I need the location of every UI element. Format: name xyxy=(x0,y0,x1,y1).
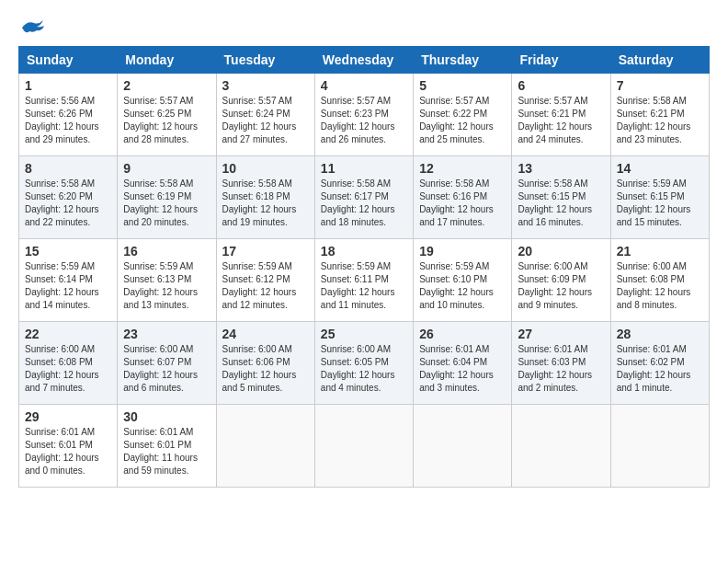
calendar-cell: 23Sunrise: 6:00 AM Sunset: 6:07 PM Dayli… xyxy=(118,322,216,405)
day-info: Sunrise: 5:59 AM Sunset: 6:11 PM Dayligh… xyxy=(321,260,407,312)
day-info: Sunrise: 5:58 AM Sunset: 6:16 PM Dayligh… xyxy=(419,178,506,229)
day-info: Sunrise: 5:58 AM Sunset: 6:20 PM Dayligh… xyxy=(25,178,111,229)
day-info: Sunrise: 5:59 AM Sunset: 6:14 PM Dayligh… xyxy=(25,260,111,312)
day-info: Sunrise: 6:00 AM Sunset: 6:09 PM Dayligh… xyxy=(518,260,604,312)
day-info: Sunrise: 5:59 AM Sunset: 6:12 PM Dayligh… xyxy=(222,260,309,312)
day-number: 10 xyxy=(222,161,309,176)
day-info: Sunrise: 5:58 AM Sunset: 6:21 PM Dayligh… xyxy=(617,95,703,146)
calendar-cell: 11Sunrise: 5:58 AM Sunset: 6:17 PM Dayli… xyxy=(314,156,413,239)
calendar-cell: 15Sunrise: 5:59 AM Sunset: 6:14 PM Dayli… xyxy=(19,239,118,322)
calendar-cell: 4Sunrise: 5:57 AM Sunset: 6:23 PM Daylig… xyxy=(314,74,413,156)
day-header-saturday: Saturday xyxy=(610,47,709,74)
day-number: 8 xyxy=(25,161,111,176)
page-header xyxy=(18,18,710,37)
calendar-cell xyxy=(216,405,314,488)
day-number: 15 xyxy=(25,244,111,259)
day-header-thursday: Thursday xyxy=(414,47,512,74)
day-info: Sunrise: 5:59 AM Sunset: 6:10 PM Dayligh… xyxy=(419,260,506,312)
day-number: 26 xyxy=(419,327,506,341)
day-number: 18 xyxy=(321,244,407,259)
day-info: Sunrise: 5:58 AM Sunset: 6:15 PM Dayligh… xyxy=(518,178,604,229)
calendar-cell: 6Sunrise: 5:57 AM Sunset: 6:21 PM Daylig… xyxy=(512,74,610,156)
day-number: 5 xyxy=(419,78,506,93)
day-number: 21 xyxy=(617,244,703,259)
day-info: Sunrise: 6:00 AM Sunset: 6:07 PM Dayligh… xyxy=(123,343,210,395)
calendar-week-1: 1Sunrise: 5:56 AM Sunset: 6:26 PM Daylig… xyxy=(19,74,710,156)
day-info: Sunrise: 6:00 AM Sunset: 6:08 PM Dayligh… xyxy=(25,343,111,395)
calendar-table: SundayMondayTuesdayWednesdayThursdayFrid… xyxy=(18,46,710,488)
day-number: 29 xyxy=(25,409,111,424)
calendar-cell: 22Sunrise: 6:00 AM Sunset: 6:08 PM Dayli… xyxy=(19,322,118,405)
day-number: 2 xyxy=(123,78,210,93)
calendar-cell xyxy=(512,405,610,488)
day-header-monday: Monday xyxy=(118,47,216,74)
day-number: 23 xyxy=(123,327,210,341)
day-info: Sunrise: 5:57 AM Sunset: 6:25 PM Dayligh… xyxy=(123,95,210,146)
day-number: 19 xyxy=(419,244,506,259)
calendar-cell: 9Sunrise: 5:58 AM Sunset: 6:19 PM Daylig… xyxy=(118,156,216,239)
day-header-friday: Friday xyxy=(512,47,610,74)
calendar-cell xyxy=(610,405,709,488)
day-info: Sunrise: 6:01 AM Sunset: 6:01 PM Dayligh… xyxy=(25,426,111,477)
logo-bird-icon xyxy=(20,18,48,37)
day-number: 28 xyxy=(617,327,703,341)
day-info: Sunrise: 5:57 AM Sunset: 6:22 PM Dayligh… xyxy=(419,95,506,146)
calendar-week-4: 22Sunrise: 6:00 AM Sunset: 6:08 PM Dayli… xyxy=(19,322,710,405)
day-info: Sunrise: 5:58 AM Sunset: 6:17 PM Dayligh… xyxy=(321,178,407,229)
day-header-wednesday: Wednesday xyxy=(314,47,413,74)
calendar-cell: 25Sunrise: 6:00 AM Sunset: 6:05 PM Dayli… xyxy=(314,322,413,405)
day-info: Sunrise: 6:01 AM Sunset: 6:04 PM Dayligh… xyxy=(419,343,506,395)
day-info: Sunrise: 6:00 AM Sunset: 6:05 PM Dayligh… xyxy=(321,343,407,395)
day-info: Sunrise: 6:01 AM Sunset: 6:03 PM Dayligh… xyxy=(518,343,604,395)
day-header-tuesday: Tuesday xyxy=(216,47,314,74)
day-number: 1 xyxy=(25,78,111,93)
calendar-cell: 10Sunrise: 5:58 AM Sunset: 6:18 PM Dayli… xyxy=(216,156,314,239)
day-number: 25 xyxy=(321,327,407,341)
calendar-week-2: 8Sunrise: 5:58 AM Sunset: 6:20 PM Daylig… xyxy=(19,156,710,239)
day-number: 7 xyxy=(617,78,703,93)
day-info: Sunrise: 6:01 AM Sunset: 6:02 PM Dayligh… xyxy=(617,343,703,395)
day-info: Sunrise: 5:57 AM Sunset: 6:21 PM Dayligh… xyxy=(518,95,604,146)
calendar-cell: 16Sunrise: 5:59 AM Sunset: 6:13 PM Dayli… xyxy=(118,239,216,322)
day-number: 14 xyxy=(617,161,703,176)
day-number: 20 xyxy=(518,244,604,259)
day-number: 16 xyxy=(123,244,210,259)
calendar-cell: 3Sunrise: 5:57 AM Sunset: 6:24 PM Daylig… xyxy=(216,74,314,156)
logo xyxy=(18,18,48,37)
calendar-header-row: SundayMondayTuesdayWednesdayThursdayFrid… xyxy=(19,47,710,74)
day-info: Sunrise: 5:58 AM Sunset: 6:18 PM Dayligh… xyxy=(222,178,309,229)
day-number: 24 xyxy=(222,327,309,341)
day-info: Sunrise: 6:01 AM Sunset: 6:01 PM Dayligh… xyxy=(123,426,210,477)
calendar-cell: 5Sunrise: 5:57 AM Sunset: 6:22 PM Daylig… xyxy=(414,74,512,156)
calendar-cell xyxy=(314,405,413,488)
calendar-cell: 18Sunrise: 5:59 AM Sunset: 6:11 PM Dayli… xyxy=(314,239,413,322)
calendar-cell: 20Sunrise: 6:00 AM Sunset: 6:09 PM Dayli… xyxy=(512,239,610,322)
calendar-week-3: 15Sunrise: 5:59 AM Sunset: 6:14 PM Dayli… xyxy=(19,239,710,322)
calendar-cell: 24Sunrise: 6:00 AM Sunset: 6:06 PM Dayli… xyxy=(216,322,314,405)
day-info: Sunrise: 5:57 AM Sunset: 6:23 PM Dayligh… xyxy=(321,95,407,146)
day-header-sunday: Sunday xyxy=(19,47,118,74)
calendar-cell: 26Sunrise: 6:01 AM Sunset: 6:04 PM Dayli… xyxy=(414,322,512,405)
calendar-cell: 30Sunrise: 6:01 AM Sunset: 6:01 PM Dayli… xyxy=(118,405,216,488)
calendar-cell: 19Sunrise: 5:59 AM Sunset: 6:10 PM Dayli… xyxy=(414,239,512,322)
day-info: Sunrise: 6:00 AM Sunset: 6:06 PM Dayligh… xyxy=(222,343,309,395)
day-number: 3 xyxy=(222,78,309,93)
calendar-cell: 14Sunrise: 5:59 AM Sunset: 6:15 PM Dayli… xyxy=(610,156,709,239)
calendar-cell: 7Sunrise: 5:58 AM Sunset: 6:21 PM Daylig… xyxy=(610,74,709,156)
day-number: 9 xyxy=(123,161,210,176)
calendar-cell: 12Sunrise: 5:58 AM Sunset: 6:16 PM Dayli… xyxy=(414,156,512,239)
calendar-cell: 8Sunrise: 5:58 AM Sunset: 6:20 PM Daylig… xyxy=(19,156,118,239)
day-number: 6 xyxy=(518,78,604,93)
calendar-cell: 29Sunrise: 6:01 AM Sunset: 6:01 PM Dayli… xyxy=(19,405,118,488)
calendar-week-5: 29Sunrise: 6:01 AM Sunset: 6:01 PM Dayli… xyxy=(19,405,710,488)
calendar-cell xyxy=(414,405,512,488)
calendar-cell: 28Sunrise: 6:01 AM Sunset: 6:02 PM Dayli… xyxy=(610,322,709,405)
day-info: Sunrise: 5:59 AM Sunset: 6:13 PM Dayligh… xyxy=(123,260,210,312)
day-number: 4 xyxy=(321,78,407,93)
day-info: Sunrise: 6:00 AM Sunset: 6:08 PM Dayligh… xyxy=(617,260,703,312)
calendar-cell: 13Sunrise: 5:58 AM Sunset: 6:15 PM Dayli… xyxy=(512,156,610,239)
day-number: 22 xyxy=(25,327,111,341)
day-number: 11 xyxy=(321,161,407,176)
day-number: 27 xyxy=(518,327,604,341)
calendar-cell: 17Sunrise: 5:59 AM Sunset: 6:12 PM Dayli… xyxy=(216,239,314,322)
